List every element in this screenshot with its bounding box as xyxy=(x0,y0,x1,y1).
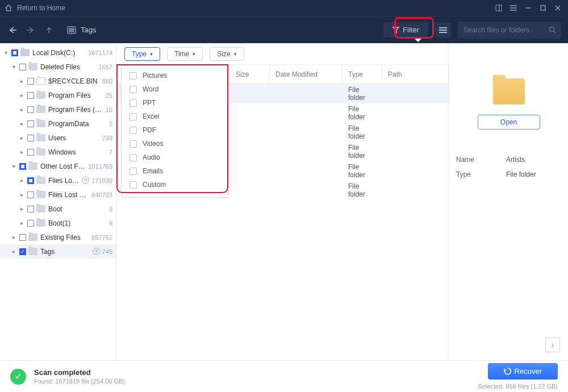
tree-item[interactable]: ▸Files Lost Original …840703 xyxy=(0,187,116,202)
checkbox[interactable] xyxy=(130,168,137,175)
layout-icon[interactable] xyxy=(493,2,504,14)
tree-item[interactable]: ▸Windows7 xyxy=(0,145,116,159)
type-option[interactable]: Word xyxy=(122,82,228,96)
chevron-right-icon[interactable]: ▸ xyxy=(10,248,17,255)
tree-item[interactable]: ▸Files Lost Origi…?171030 xyxy=(0,173,116,187)
filter-size-pill[interactable]: Size▾ xyxy=(210,47,244,61)
open-button[interactable]: Open xyxy=(478,115,540,130)
tree-item[interactable]: ▾Deleted Files1657 xyxy=(0,60,116,74)
type-option[interactable]: Emails xyxy=(122,164,228,178)
checkbox[interactable] xyxy=(27,92,34,99)
checkbox[interactable] xyxy=(27,135,34,141)
checkbox[interactable] xyxy=(19,163,26,170)
sidebar-tree[interactable]: ▾Local Disk(C:)1671174▾Deleted Files1657… xyxy=(0,43,116,360)
checkbox[interactable] xyxy=(27,177,34,184)
chevron-down-icon[interactable]: ▾ xyxy=(2,49,9,56)
toolbar: Tags Filter xyxy=(0,16,568,43)
checkbox[interactable] xyxy=(19,234,26,241)
checkbox[interactable] xyxy=(27,120,34,127)
tree-item[interactable]: ▸Existing Files657752 xyxy=(0,230,116,244)
col-date[interactable]: Date Modified xyxy=(270,65,343,84)
tree-item[interactable]: ▸Program Files25 xyxy=(0,88,116,102)
chevron-right-icon[interactable]: ▸ xyxy=(18,220,25,226)
filter-button[interactable]: Filter xyxy=(383,22,428,37)
menu-icon[interactable] xyxy=(508,2,519,14)
col-path[interactable]: Path xyxy=(382,65,449,84)
col-size[interactable]: Size xyxy=(230,65,270,84)
checkbox[interactable]: ✓ xyxy=(19,248,26,255)
checkbox[interactable] xyxy=(27,78,34,85)
up-button[interactable] xyxy=(43,24,55,36)
search-box[interactable] xyxy=(458,22,561,39)
chevron-right-icon[interactable]: ▸ xyxy=(18,177,25,184)
filter-time-pill[interactable]: Time▾ xyxy=(167,47,203,61)
svg-rect-6 xyxy=(541,6,545,10)
checkbox[interactable] xyxy=(130,181,137,189)
forward-button[interactable] xyxy=(25,24,36,36)
checkbox[interactable] xyxy=(130,72,137,80)
type-filter-dropdown[interactable]: PicturesWordPPTExcelPDFVideosAudioEmails… xyxy=(121,65,229,198)
type-option[interactable]: Excel xyxy=(122,110,228,123)
checkbox[interactable] xyxy=(19,64,26,70)
tree-item[interactable]: ▾Local Disk(C:)1671174 xyxy=(0,45,116,60)
tree-item-label: Windows xyxy=(48,148,107,156)
type-option[interactable]: Audio xyxy=(122,151,228,164)
tree-item[interactable]: ▸ProgramData2 xyxy=(0,116,116,131)
checkbox[interactable] xyxy=(11,49,18,56)
recover-button[interactable]: Recover xyxy=(488,363,558,380)
view-mode-button[interactable] xyxy=(435,22,451,38)
chevron-right-icon[interactable]: ▸ xyxy=(18,120,25,127)
checkbox[interactable] xyxy=(130,99,137,107)
home-icon[interactable] xyxy=(5,4,12,12)
checkbox[interactable] xyxy=(130,86,137,93)
return-home-link[interactable]: Return to Home xyxy=(17,4,65,12)
tree-item[interactable]: ▾Other Lost Files1011765 xyxy=(0,159,116,173)
back-button[interactable] xyxy=(7,24,18,36)
breadcrumb: Tags xyxy=(67,26,96,34)
type-option[interactable]: Custom xyxy=(122,178,228,191)
next-page-button[interactable]: › xyxy=(545,337,560,352)
checkbox[interactable] xyxy=(27,149,34,156)
checkbox[interactable] xyxy=(130,113,137,120)
maximize-button[interactable] xyxy=(537,2,549,14)
checkbox[interactable] xyxy=(27,106,34,113)
tree-item[interactable]: ▸$RECYCLE.BIN880 xyxy=(0,74,116,88)
col-type[interactable]: Type xyxy=(343,65,382,84)
checkbox[interactable] xyxy=(130,127,137,134)
file-row-type: File folder xyxy=(343,163,382,179)
checkbox[interactable] xyxy=(27,206,34,212)
chevron-right-icon[interactable]: ▸ xyxy=(18,106,25,112)
search-input[interactable] xyxy=(463,26,549,34)
chevron-right-icon[interactable]: ▸ xyxy=(18,78,25,84)
type-option[interactable]: Pictures xyxy=(122,69,228,82)
checkbox[interactable] xyxy=(130,154,137,161)
checkbox[interactable] xyxy=(27,220,34,227)
checkbox[interactable] xyxy=(27,191,34,198)
type-option[interactable]: PPT xyxy=(122,96,228,110)
tree-item[interactable]: ▸Program Files (x86)10 xyxy=(0,102,116,116)
type-option[interactable]: PDF xyxy=(122,123,228,137)
type-option-label: PDF xyxy=(143,126,156,134)
info-value: File folder xyxy=(506,170,561,178)
type-option-label: Audio xyxy=(143,153,160,161)
chevron-down-icon[interactable]: ▾ xyxy=(10,64,17,70)
tree-item[interactable]: ▸Boot9 xyxy=(0,202,116,216)
type-option[interactable]: Videos xyxy=(122,137,228,151)
checkbox[interactable] xyxy=(130,140,137,148)
minimize-button[interactable] xyxy=(523,2,534,14)
chevron-right-icon[interactable]: ▸ xyxy=(10,234,17,240)
folder-icon xyxy=(36,205,45,212)
chevron-right-icon[interactable]: ▸ xyxy=(18,206,25,212)
filter-type-pill[interactable]: Type▾ xyxy=(124,47,160,61)
close-button[interactable] xyxy=(552,2,563,14)
chevron-right-icon[interactable]: ▸ xyxy=(18,191,25,198)
tree-item[interactable]: ▸Boot(1)9 xyxy=(0,216,116,230)
help-icon[interactable]: ? xyxy=(93,248,100,255)
chevron-right-icon[interactable]: ▸ xyxy=(18,149,25,155)
help-icon[interactable]: ? xyxy=(82,177,89,184)
chevron-right-icon[interactable]: ▸ xyxy=(18,92,25,98)
chevron-right-icon[interactable]: ▸ xyxy=(18,135,25,141)
chevron-down-icon[interactable]: ▾ xyxy=(10,163,17,169)
tree-item[interactable]: ▸✓Tags?745 xyxy=(0,244,116,258)
tree-item[interactable]: ▸Users733 xyxy=(0,131,116,145)
